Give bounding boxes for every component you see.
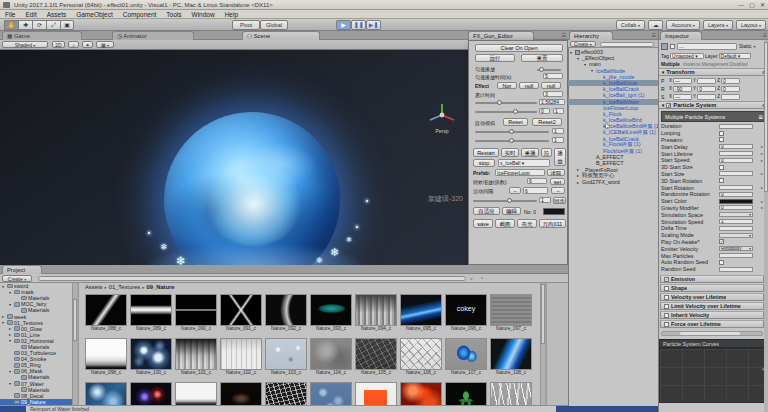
menu-item[interactable]: Tools — [161, 10, 186, 19]
play-big-button[interactable]: 播放 — [554, 148, 566, 166]
asset-thumbnail[interactable] — [85, 294, 127, 326]
cloud-button[interactable]: ☁ — [648, 20, 664, 30]
range-max-field[interactable]: 1 — [553, 108, 564, 114]
clear-on-open-button[interactable]: Clear On Open — [475, 44, 563, 52]
asset-item[interactable] — [130, 382, 172, 405]
asset-item[interactable]: Nature_098_c — [85, 338, 127, 376]
hierarchy-item[interactable]: ▸ God27FX_word — [568, 179, 658, 185]
property-row[interactable]: Start Color ▾ ▸ — [659, 198, 765, 205]
asset-item[interactable]: Nature_091_c — [220, 294, 262, 332]
property-row[interactable]: Start Lifetime ▾ ▸ — [659, 150, 765, 157]
restart-button[interactable]: Restart — [473, 148, 499, 157]
sim-slider-2[interactable] — [475, 140, 549, 142]
asset-thumbnail[interactable] — [400, 382, 442, 405]
create-button[interactable]: Create ▾ — [2, 275, 32, 282]
name-field[interactable]: — — [677, 43, 737, 50]
asset-item[interactable]: Nature_106_c — [400, 338, 442, 376]
minus-button[interactable]: − — [509, 187, 521, 194]
module-bar[interactable]: Shape — [660, 284, 764, 292]
asset-item[interactable]: cokey Nature_096_c — [445, 294, 487, 332]
property-row[interactable]: Start Size ▾ ▸ — [659, 171, 765, 178]
property-row[interactable]: Randomize Rotation 0 0▾ ▸ — [659, 191, 765, 198]
asset-item[interactable]: Nature_095_c — [400, 294, 442, 332]
tool-icon[interactable]: ⤢ — [46, 20, 60, 30]
asset-thumbnail[interactable] — [265, 338, 307, 370]
module-bar[interactable]: Force over Lifetime — [660, 320, 764, 328]
asset-thumbnail[interactable] — [490, 382, 532, 405]
gizmo-persp-label[interactable]: Persp — [424, 128, 460, 134]
sim-value-2[interactable]: 1 — [552, 137, 564, 143]
asset-item[interactable]: Nature_104_c — [310, 338, 352, 376]
asset-item[interactable]: Nature_107_c — [445, 338, 487, 376]
property-checkbox-checked[interactable]: ✓ — [719, 239, 724, 244]
effect-null2-button[interactable]: null — [541, 82, 561, 89]
module-checkbox[interactable] — [664, 313, 669, 318]
asset-thumbnail[interactable] — [130, 338, 172, 370]
run-button[interactable]: 运行 — [475, 54, 515, 62]
asset-thumbnail[interactable] — [310, 338, 352, 370]
curve-arrow-icon[interactable]: ▸ — [761, 144, 763, 149]
property-row[interactable]: Play On Awake* ▾ ✓ ✓ ▸ — [659, 239, 765, 246]
menu-item[interactable]: GameObject — [71, 10, 118, 19]
curve-arrow-icon[interactable]: ▸ — [761, 185, 763, 190]
pivot-button[interactable]: Pivot — [232, 20, 260, 30]
add-icon[interactable]: ⊞ — [758, 114, 763, 120]
reset2-button[interactable]: Reset2 — [532, 118, 562, 126]
asset-item[interactable]: Nature_108_c — [490, 338, 532, 376]
tree-scrollbar[interactable] — [72, 283, 77, 405]
module-checkbox[interactable] — [664, 304, 669, 309]
asset-item[interactable]: Nature_100_c — [130, 338, 172, 376]
asset-thumbnail[interactable] — [355, 382, 397, 405]
read-button[interactable]: 读取 — [547, 169, 565, 176]
property-field[interactable]: 0 — [719, 144, 753, 149]
asset-thumbnail[interactable]: cokey — [445, 294, 487, 326]
property-field[interactable] — [719, 124, 753, 129]
realtime-button[interactable]: 实时 — [501, 148, 519, 157]
step-button[interactable]: ▶❚ — [366, 20, 381, 30]
gizmos-dropdown[interactable]: ▦ ▾ — [96, 41, 114, 48]
asset-item[interactable] — [490, 382, 532, 405]
property-field[interactable] — [719, 226, 753, 231]
property-row[interactable]: Looping ▾ ▸ — [659, 130, 765, 137]
asset-item[interactable]: Nature_097_c — [490, 294, 532, 332]
property-field[interactable]: 1 — [719, 219, 753, 224]
property-row[interactable]: Scaling Mode ▾ ▸ — [659, 232, 765, 239]
shading-mode-dropdown[interactable]: Shaded ▾ — [2, 41, 48, 48]
property-row[interactable]: Max Particles ▾ ▸ — [659, 252, 765, 259]
property-row[interactable]: Simulation Space ▾ ▸ — [659, 211, 765, 218]
scale-slider[interactable] — [473, 200, 537, 202]
audio-toggle-icon[interactable]: ♪ — [68, 41, 79, 48]
module-bar[interactable]: Limit Velocity over Lifetime — [660, 302, 764, 310]
orientation-gizmo[interactable]: Persp — [424, 102, 460, 132]
asset-item[interactable]: Nature_101_c — [175, 338, 217, 376]
particle-system-curves-header[interactable]: Particle System Curves — [659, 339, 768, 348]
asset-thumbnail[interactable] — [220, 382, 262, 405]
asset-item[interactable]: Nature_102_c — [220, 338, 262, 376]
asset-thumbnail[interactable] — [310, 294, 352, 326]
reset-button[interactable]: Reset — [503, 118, 528, 126]
menu-item[interactable]: Help — [220, 10, 243, 19]
play-button[interactable]: ▶ — [336, 20, 351, 30]
asset-thumbnail[interactable] — [130, 294, 172, 326]
tag-dropdown[interactable]: Untagged ▾ — [670, 53, 704, 59]
pause-button[interactable]: ❚❚ — [351, 20, 366, 30]
scale-x-field[interactable]: — — [673, 94, 692, 100]
asset-item[interactable] — [310, 382, 352, 405]
gap-field[interactable]: 6 — [523, 187, 548, 194]
asset-thumbnail[interactable] — [355, 338, 397, 370]
tab-animator[interactable]: ◷ Animator — [112, 31, 194, 40]
property-field[interactable] — [719, 171, 753, 176]
universal-button[interactable]: 万向011 — [539, 219, 566, 228]
module-checkbox[interactable] — [664, 322, 669, 327]
save-button[interactable]: save — [473, 219, 493, 228]
foldout-arrow-icon[interactable]: ▾ — [662, 103, 664, 108]
sim-value-1[interactable]: 1 — [552, 128, 564, 134]
scale-y-field[interactable] — [697, 94, 716, 100]
menu-item[interactable]: Edit — [20, 10, 41, 19]
set-button[interactable]: set — [550, 178, 565, 185]
asset-item[interactable]: Nature_089_c — [130, 294, 172, 332]
property-field[interactable] — [719, 151, 753, 156]
range-min-field[interactable]: 0 — [539, 108, 550, 114]
hierarchy-search-input[interactable] — [600, 42, 654, 47]
asset-item[interactable]: Nature_088_c — [85, 294, 127, 332]
